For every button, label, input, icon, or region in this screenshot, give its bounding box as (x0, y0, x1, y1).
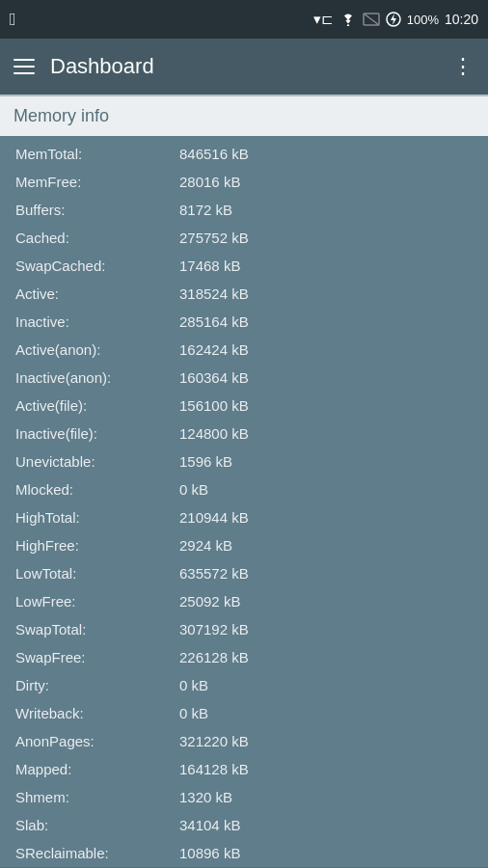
section-header-label: Memory info (14, 106, 109, 125)
table-row: Active(anon):162424 kB (0, 336, 488, 364)
memory-value: 2924 kB (179, 537, 232, 554)
memory-value: 28016 kB (179, 174, 240, 190)
memory-key: SwapTotal: (15, 621, 179, 637)
time-display: 10:20 (445, 12, 478, 27)
table-row: Active:318524 kB (0, 280, 488, 308)
table-row: Cached:275752 kB (0, 224, 488, 252)
memory-value: 210944 kB (179, 509, 249, 526)
app-bar: Dashboard ⋮ (0, 39, 488, 95)
table-row: MemTotal:846516 kB (0, 140, 488, 168)
table-row: Active(file):156100 kB (0, 392, 488, 420)
memory-key: Inactive: (15, 313, 179, 330)
android-icon:  (10, 10, 16, 30)
table-row: Dirty:0 kB (0, 671, 488, 699)
memory-value: 25092 kB (179, 593, 240, 610)
svg-line-2 (364, 14, 379, 25)
memory-value: 307192 kB (179, 621, 249, 637)
memory-key: Active(file): (15, 397, 179, 414)
table-row: Inactive(anon):160364 kB (0, 364, 488, 392)
memory-key: Inactive(file): (15, 425, 179, 442)
memory-key: LowFree: (15, 593, 179, 610)
memory-key: HighTotal: (15, 509, 179, 526)
memory-key: HighFree: (15, 537, 179, 554)
app-title: Dashboard (50, 54, 154, 79)
memory-key: Mlocked: (15, 481, 179, 498)
table-row: SwapCached:17468 kB (0, 252, 488, 280)
memory-value: 164128 kB (179, 761, 249, 777)
table-row: MemFree:28016 kB (0, 168, 488, 196)
memory-key: SwapFree: (15, 649, 179, 665)
memory-value: 285164 kB (179, 313, 249, 330)
memory-key: LowTotal: (15, 565, 179, 582)
memory-key: Writeback: (15, 705, 179, 721)
wifi-icon: ▾⊏ (313, 11, 334, 28)
memory-value: 124800 kB (179, 425, 249, 442)
memory-value: 0 kB (179, 481, 208, 498)
table-row: SReclaimable:10896 kB (0, 839, 488, 867)
bolt-icon (386, 12, 401, 27)
memory-key: Active(anon): (15, 341, 179, 358)
memory-key: Mapped: (15, 761, 179, 777)
memory-value: 226128 kB (179, 649, 249, 665)
memory-value: 162424 kB (179, 341, 249, 358)
table-row: Buffers:8172 kB (0, 196, 488, 224)
svg-marker-4 (391, 14, 396, 25)
memory-key: Shmem: (15, 789, 179, 805)
battery-percentage: 100% (407, 13, 439, 27)
memory-key: Active: (15, 285, 179, 302)
memory-key: Cached: (15, 230, 179, 246)
table-row: HighFree:2924 kB (0, 531, 488, 559)
memory-value: 321220 kB (179, 733, 249, 749)
memory-value: 275752 kB (179, 230, 249, 246)
table-row: SwapFree:226128 kB (0, 643, 488, 671)
memory-value: 1596 kB (179, 453, 232, 470)
memory-key: Buffers: (15, 202, 179, 218)
table-row: Inactive(file):124800 kB (0, 420, 488, 448)
signal-icon (363, 13, 380, 26)
memory-key: Dirty: (15, 677, 179, 693)
table-row: Unevictable:1596 kB (0, 448, 488, 475)
section-header: Memory info (0, 96, 488, 136)
more-options-button[interactable]: ⋮ (452, 54, 474, 79)
memory-value: 318524 kB (179, 285, 249, 302)
table-row: Inactive:285164 kB (0, 308, 488, 336)
table-row: Shmem:1320 kB (0, 783, 488, 811)
table-row: Mlocked:0 kB (0, 475, 488, 503)
memory-key: SReclaimable: (15, 845, 179, 861)
memory-key: MemFree: (15, 174, 179, 190)
table-row: SwapTotal:307192 kB (0, 615, 488, 643)
hamburger-menu[interactable] (14, 59, 35, 74)
memory-value: 1320 kB (179, 789, 232, 805)
memory-value: 8172 kB (179, 202, 232, 218)
svg-point-0 (347, 24, 349, 26)
memory-key: SwapCached: (15, 258, 179, 274)
table-row: LowTotal:635572 kB (0, 559, 488, 587)
memory-value: 156100 kB (179, 397, 249, 414)
memory-value: 846516 kB (179, 146, 249, 162)
table-row: HighTotal:210944 kB (0, 503, 488, 531)
table-row: Writeback:0 kB (0, 699, 488, 727)
table-row: LowFree:25092 kB (0, 587, 488, 615)
memory-key: Inactive(anon): (15, 369, 179, 386)
table-row: AnonPages:321220 kB (0, 727, 488, 755)
memory-value: 10896 kB (179, 845, 240, 861)
memory-value: 635572 kB (179, 565, 249, 582)
memory-info-list: MemTotal:846516 kBMemFree:28016 kBBuffer… (0, 136, 488, 867)
wifi-icon (339, 13, 357, 26)
memory-value: 34104 kB (179, 817, 240, 833)
memory-value: 0 kB (179, 705, 208, 721)
memory-value: 0 kB (179, 677, 208, 693)
memory-value: 160364 kB (179, 369, 249, 386)
memory-key: MemTotal: (15, 146, 179, 162)
table-row: Mapped:164128 kB (0, 755, 488, 783)
status-bar:  ▾⊏ 100% 10:20 (0, 0, 488, 39)
memory-key: AnonPages: (15, 733, 179, 749)
memory-key: Slab: (15, 817, 179, 833)
memory-key: Unevictable: (15, 453, 179, 470)
table-row: Slab:34104 kB (0, 811, 488, 839)
memory-value: 17468 kB (179, 258, 240, 274)
